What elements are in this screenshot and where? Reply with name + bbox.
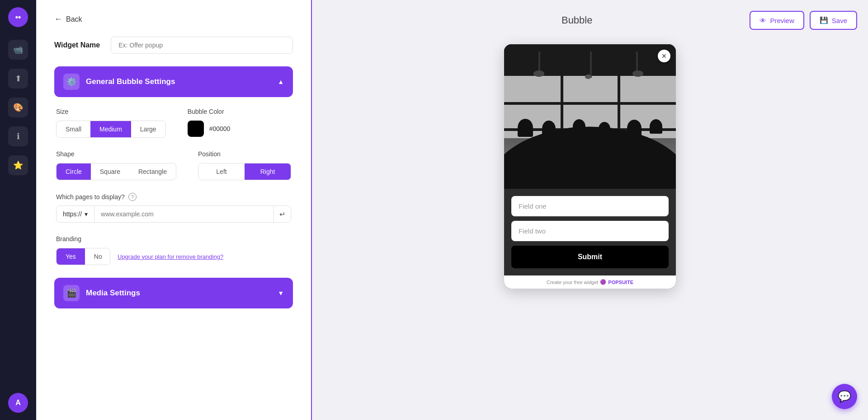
brush-icon: 🎨: [13, 103, 23, 112]
size-group: Size Small Medium Large: [56, 108, 166, 138]
field-one[interactable]: Field one: [511, 196, 669, 216]
shape-square-button[interactable]: Square: [91, 163, 129, 180]
branding-btn-group: Yes No: [56, 248, 110, 265]
save-icon: 💾: [820, 16, 828, 24]
media-settings-header[interactable]: 🎬 Media Settings ▼: [54, 278, 293, 308]
back-arrow-icon: ←: [54, 14, 62, 24]
back-button[interactable]: ← Back: [54, 14, 293, 24]
shape-rectangle-button[interactable]: Rectangle: [129, 163, 176, 180]
upgrade-link[interactable]: Upgrade your plan for remove branding?: [118, 253, 223, 260]
sidebar-item-info[interactable]: ℹ: [8, 126, 28, 146]
protocol-value: https://: [63, 210, 82, 218]
page-title: Bubble: [404, 14, 750, 26]
save-button[interactable]: 💾 Save: [810, 11, 857, 30]
left-panel: ← Back Widget Name ⚙️ General Bubble Set…: [36, 0, 312, 420]
size-small-button[interactable]: Small: [57, 121, 90, 137]
sidebar-item-brush[interactable]: 🎨: [8, 98, 28, 117]
upload-icon: ⬆: [15, 74, 22, 84]
right-panel: Bubble 👁 Preview 💾 Save ✕: [312, 0, 868, 420]
color-swatch[interactable]: [188, 121, 204, 137]
size-medium-button[interactable]: Medium: [90, 121, 131, 137]
widget-close-button[interactable]: ✕: [658, 50, 670, 62]
protocol-chevron-icon: ▾: [85, 210, 88, 218]
info-icon: ℹ: [17, 131, 20, 141]
position-label: Position: [198, 150, 291, 158]
position-right-button[interactable]: Right: [245, 163, 291, 180]
widget-name-input[interactable]: [111, 37, 293, 54]
branding-label: Branding: [56, 235, 291, 243]
chat-bubble-button[interactable]: 💬: [832, 384, 857, 409]
media-settings-title: Media Settings: [86, 289, 140, 298]
position-btn-group: Left Right: [198, 163, 291, 180]
color-value: #00000: [209, 125, 231, 132]
sidebar-item-star[interactable]: ⭐: [8, 155, 28, 175]
url-submit-button[interactable]: ↵: [274, 206, 291, 222]
position-group: Position Left Right: [198, 150, 291, 180]
user-avatar[interactable]: A: [8, 393, 28, 413]
shape-group: Shape Circle Square Rectangle: [56, 150, 176, 180]
shape-label: Shape: [56, 150, 176, 158]
size-label: Size: [56, 108, 166, 115]
preview-button[interactable]: 👁 Preview: [750, 11, 804, 30]
chat-icon: 💬: [838, 390, 851, 403]
settings-gear-icon: ⚙️: [63, 74, 80, 90]
main-content: ← Back Widget Name ⚙️ General Bubble Set…: [36, 0, 868, 420]
pages-label: Which pages to display?: [56, 193, 125, 201]
submit-button-preview[interactable]: Submit: [511, 246, 669, 268]
sidebar-item-video[interactable]: 📹: [8, 40, 28, 60]
sidebar: •• 📹 ⬆ 🎨 ℹ ⭐ A: [0, 0, 36, 420]
url-input[interactable]: [94, 206, 274, 222]
popsuite-logo-icon: 🟣: [600, 279, 606, 285]
help-icon[interactable]: ?: [128, 193, 137, 201]
general-settings-header[interactable]: ⚙️ General Bubble Settings ▲: [54, 66, 293, 97]
size-color-row: Size Small Medium Large Bubble Color #00…: [56, 108, 291, 138]
star-icon: ⭐: [13, 160, 23, 170]
right-header: Bubble 👁 Preview 💾 Save: [323, 11, 857, 30]
shape-circle-button[interactable]: Circle: [57, 163, 91, 180]
back-label: Back: [66, 15, 82, 23]
pages-section: Which pages to display? ? https:// ▾ ↵: [56, 193, 291, 223]
header-actions: 👁 Preview 💾 Save: [750, 11, 857, 30]
url-input-row: https:// ▾ ↵: [56, 205, 291, 223]
widget-name-row: Widget Name: [54, 37, 293, 54]
settings-content: Size Small Medium Large Bubble Color #00…: [54, 108, 293, 265]
field-two[interactable]: Field two: [511, 221, 669, 241]
media-collapse-icon: ▼: [278, 289, 284, 297]
sidebar-item-upload[interactable]: ⬆: [8, 69, 28, 89]
size-btn-group: Small Medium Large: [56, 121, 166, 138]
branding-yes-button[interactable]: Yes: [57, 248, 85, 265]
video-icon: 📹: [13, 45, 23, 55]
widget-preview: ✕: [504, 44, 676, 289]
color-group: Bubble Color #00000: [188, 108, 291, 138]
sidebar-logo[interactable]: ••: [8, 7, 28, 27]
shape-position-row: Shape Circle Square Rectangle Position L…: [56, 150, 291, 180]
position-left-button[interactable]: Left: [198, 163, 245, 180]
shape-btn-group: Circle Square Rectangle: [56, 163, 176, 180]
widget-form: Field one Field two Submit: [504, 189, 676, 275]
media-icon: 🎬: [63, 285, 80, 301]
bubble-color-label: Bubble Color: [188, 108, 291, 115]
protocol-select[interactable]: https:// ▾: [57, 206, 94, 222]
general-settings-title: General Bubble Settings: [86, 77, 175, 86]
section-collapse-icon: ▲: [278, 78, 284, 85]
widget-name-label: Widget Name: [54, 41, 100, 49]
eye-icon: 👁: [760, 17, 766, 24]
branding-no-button[interactable]: No: [85, 248, 110, 265]
widget-background-image: [504, 44, 676, 189]
footer-text: Create your free widget: [547, 280, 598, 285]
popsuite-brand: POPSUITE: [608, 280, 633, 285]
branding-section: Branding Yes No Upgrade your plan for re…: [56, 235, 291, 265]
widget-footer: Create your free widget 🟣 POPSUITE: [504, 275, 676, 289]
size-large-button[interactable]: Large: [131, 121, 165, 137]
